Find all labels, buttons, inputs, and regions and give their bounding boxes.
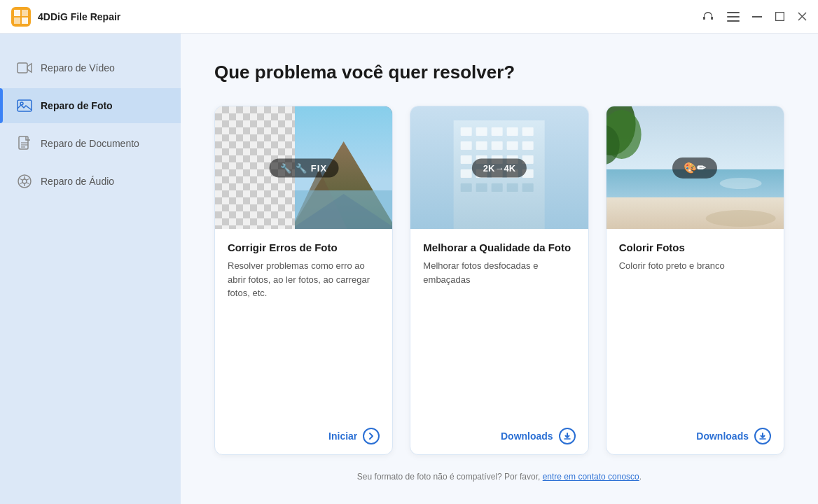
svg-rect-30 — [461, 127, 472, 136]
svg-point-63 — [719, 178, 761, 189]
downloads-label-colorize: Downloads — [696, 430, 749, 442]
svg-rect-10 — [752, 16, 762, 18]
fix-badge-icon: 🔧 — [280, 162, 291, 173]
download-circle-icon-enhance — [559, 428, 576, 444]
card-colorize-title: Colorir Fotos — [619, 241, 771, 253]
card-colorize-desc: Colorir foto preto e branco — [619, 259, 771, 416]
sidebar-item-documento-label: Reparo de Documento — [41, 138, 139, 149]
svg-rect-52 — [492, 183, 503, 192]
page-title: Que problema você quer resolver? — [214, 62, 784, 83]
window-controls — [702, 10, 807, 23]
card-enhance-image: 2K→4K — [410, 106, 588, 229]
card-fix-errors: 🔧 🔧 FIX Corrigir Erros de Foto Resolver … — [214, 106, 393, 455]
card-fix-image: 🔧 🔧 FIX — [215, 106, 392, 229]
svg-rect-37 — [492, 141, 503, 150]
video-icon — [17, 60, 32, 76]
card-fix-title: Corrigir Erros de Foto — [228, 241, 380, 253]
footer: Seu formato de foto não é compatível? Po… — [214, 472, 784, 482]
enhance-badge: 2K→4K — [472, 158, 527, 177]
svg-rect-36 — [476, 141, 487, 150]
downloads-label-enhance: Downloads — [501, 430, 553, 442]
card-fix-desc: Resolver problemas como erro ao abrir fo… — [228, 259, 380, 416]
svg-rect-9 — [727, 20, 740, 22]
svg-rect-40 — [461, 155, 472, 164]
card-colorize-image: 🎨✏ — [606, 106, 784, 229]
svg-rect-3 — [14, 18, 20, 24]
app-title: 4DDiG File Repair — [38, 11, 702, 22]
card-enhance: 2K→4K Melhorar a Qualidade da Foto Melho… — [410, 106, 588, 455]
close-button[interactable] — [797, 12, 807, 22]
svg-rect-34 — [522, 127, 534, 136]
card-colorize-body: Colorir Fotos Colorir foto preto e branc… — [606, 229, 784, 454]
svg-rect-4 — [22, 18, 28, 24]
card-colorize: 🎨✏ Colorir Fotos Colorir foto preto e br… — [606, 106, 784, 455]
sidebar-item-video-label: Reparo de Vídeo — [41, 62, 115, 74]
svg-rect-7 — [727, 12, 740, 13]
sidebar-item-audio[interactable]: Reparo de Áudio — [0, 164, 181, 199]
svg-rect-8 — [727, 16, 740, 18]
sidebar: Reparo de Vídeo Reparo de Foto — [0, 34, 181, 504]
iniciar-button[interactable]: Iniciar — [228, 428, 380, 444]
svg-rect-5 — [703, 17, 705, 20]
downloads-button-enhance[interactable]: Downloads — [423, 428, 575, 444]
card-enhance-title: Melhorar a Qualidade da Foto — [423, 241, 575, 253]
colorize-badge-label: 🎨✏ — [684, 162, 706, 174]
document-icon — [17, 136, 32, 151]
arrow-right-circle-icon — [363, 428, 380, 444]
cards-grid: 🔧 🔧 FIX Corrigir Erros de Foto Resolver … — [214, 106, 784, 455]
svg-rect-14 — [18, 63, 27, 73]
footer-suffix: . — [639, 472, 642, 482]
headset-icon[interactable] — [702, 10, 714, 23]
sidebar-item-audio-label: Reparo de Áudio — [41, 176, 114, 187]
svg-rect-45 — [461, 169, 472, 178]
main-content: Que problema você quer resolver? — [181, 34, 818, 504]
fix-badge: 🔧 🔧 FIX — [269, 158, 338, 177]
svg-rect-33 — [507, 127, 518, 136]
svg-rect-53 — [507, 183, 518, 192]
svg-rect-54 — [522, 183, 534, 192]
svg-rect-1 — [14, 10, 20, 16]
download-circle-icon-colorize — [754, 428, 771, 444]
svg-point-22 — [22, 179, 27, 183]
menu-icon[interactable] — [727, 12, 740, 22]
svg-rect-35 — [461, 141, 472, 150]
svg-rect-51 — [476, 183, 487, 192]
app-logo — [11, 7, 31, 27]
colorize-badge: 🎨✏ — [672, 158, 717, 178]
footer-text: Seu formato de foto não é compatível? Po… — [357, 472, 543, 482]
svg-rect-50 — [461, 183, 472, 192]
enhance-badge-label: 2K→4K — [483, 162, 515, 173]
card-enhance-desc: Melhorar fotos desfocadas e embaçadas — [423, 259, 575, 416]
sidebar-item-documento[interactable]: Reparo de Documento — [0, 126, 181, 161]
svg-rect-38 — [507, 141, 518, 150]
image-icon — [17, 98, 32, 113]
audio-icon — [17, 174, 32, 189]
svg-rect-2 — [22, 10, 28, 16]
svg-rect-39 — [522, 141, 534, 150]
app-body: Reparo de Vídeo Reparo de Foto — [0, 34, 818, 504]
svg-point-62 — [705, 210, 775, 227]
fix-badge-label: 🔧 FIX — [296, 162, 327, 173]
sidebar-item-foto[interactable]: Reparo de Foto — [0, 88, 181, 123]
card-fix-body: Corrigir Erros de Foto Resolver problema… — [215, 229, 392, 454]
maximize-button[interactable] — [775, 12, 784, 22]
titlebar: 4DDiG File Repair — [0, 0, 818, 34]
svg-rect-31 — [476, 127, 487, 136]
svg-rect-6 — [711, 17, 713, 20]
svg-rect-32 — [492, 127, 503, 136]
iniciar-label: Iniciar — [328, 430, 357, 442]
minimize-button[interactable] — [752, 12, 762, 22]
card-enhance-body: Melhorar a Qualidade da Foto Melhorar fo… — [410, 229, 588, 454]
downloads-button-colorize[interactable]: Downloads — [619, 428, 771, 444]
sidebar-item-video[interactable]: Reparo de Vídeo — [0, 50, 181, 85]
footer-link[interactable]: entre em contato conosco — [543, 472, 639, 482]
sidebar-item-foto-label: Reparo de Foto — [41, 100, 113, 111]
svg-rect-11 — [775, 13, 784, 21]
